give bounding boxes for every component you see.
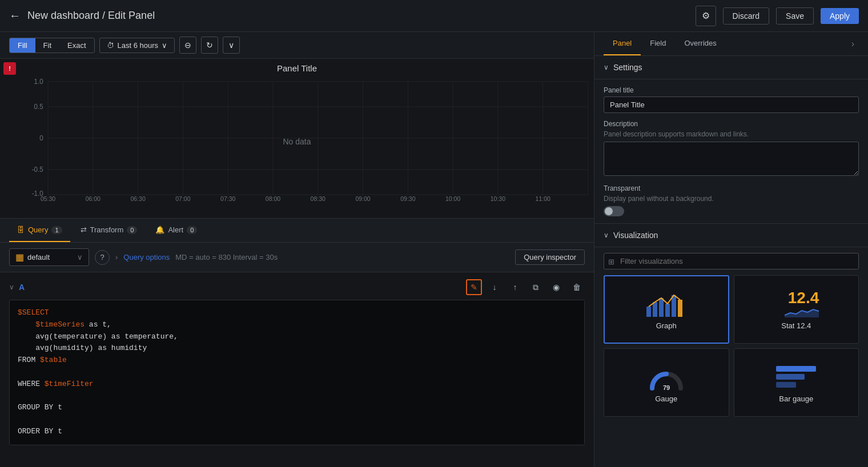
error-badge: ! xyxy=(3,62,16,75)
viz-gauge-label: Gauge xyxy=(655,394,677,403)
alert-count-badge: 0 xyxy=(187,226,197,234)
copy-query-button[interactable]: ⧉ xyxy=(528,279,544,295)
viz-card-stat[interactable]: 12.4 Stat 12.4 xyxy=(734,275,859,344)
exact-button[interactable]: Exact xyxy=(59,38,94,53)
time-range-button[interactable]: ⏱ Last 6 hours ∨ xyxy=(99,38,175,53)
code-editor[interactable]: $SELECT $timeSeries as t, avg(temperatur… xyxy=(9,300,585,445)
edit-query-button[interactable]: ✎ xyxy=(466,279,482,295)
description-label: Description xyxy=(604,120,859,128)
tab-panel[interactable]: Panel xyxy=(604,32,641,55)
svg-text:06:30: 06:30 xyxy=(130,195,145,201)
viz-card-graph[interactable]: Graph xyxy=(604,275,729,344)
info-icon: ? xyxy=(100,253,104,261)
back-button[interactable]: ← xyxy=(9,9,21,22)
svg-rect-39 xyxy=(672,295,676,317)
description-hint: Panel description supports markdown and … xyxy=(604,130,859,138)
right-panel: Panel Field Overrides › ∨ Settings Panel… xyxy=(594,32,868,467)
discard-button[interactable]: Discard xyxy=(723,7,769,25)
tab-alert[interactable]: 🔔 Alert 0 xyxy=(147,219,205,242)
chart-container: ! Panel Title xyxy=(0,59,594,219)
settings-section-header[interactable]: ∨ Settings xyxy=(594,56,868,79)
settings-chevron: ∨ xyxy=(604,63,609,71)
query-editor-header: ∨ A ✎ ↓ ↑ ⧉ xyxy=(9,279,585,295)
viz-filter-input[interactable] xyxy=(604,253,859,269)
zoom-out-icon: ⊖ xyxy=(184,41,191,50)
stat-number: 12.4 xyxy=(788,290,819,306)
delete-query-button[interactable]: 🗑 xyxy=(569,279,585,295)
left-panel: Fill Fit Exact ⏱ Last 6 hours ∨ ⊖ ↻ ∨ ! … xyxy=(0,32,594,467)
chart-title: Panel Title xyxy=(0,59,594,75)
fit-button[interactable]: Fit xyxy=(35,38,59,53)
stat-preview: 12.4 xyxy=(773,289,819,318)
viz-bar-gauge-label: Bar gauge xyxy=(779,394,813,403)
more-options-button[interactable]: ∨ xyxy=(223,37,240,54)
move-down-button[interactable]: ↓ xyxy=(487,279,503,295)
viz-card-bar-gauge[interactable]: Bar gauge xyxy=(734,348,859,417)
copy-icon: ⧉ xyxy=(533,283,539,292)
panel-chevron-right[interactable]: › xyxy=(847,34,859,54)
settings-label: Settings xyxy=(613,63,642,72)
svg-text:07:30: 07:30 xyxy=(220,195,235,201)
fill-button[interactable]: Fill xyxy=(10,38,35,53)
viz-filter-container: ⊞ xyxy=(604,253,859,269)
apply-button[interactable]: Apply xyxy=(821,8,859,24)
description-textarea[interactable] xyxy=(604,142,859,176)
collapse-icon[interactable]: ∨ xyxy=(9,283,14,291)
svg-text:09:00: 09:00 xyxy=(355,195,370,201)
query-options-link[interactable]: Query options xyxy=(123,253,170,261)
transparent-toggle[interactable] xyxy=(604,206,624,216)
clock-icon: ⏱ xyxy=(107,41,114,50)
info-button[interactable]: ? xyxy=(95,250,110,265)
svg-text:79: 79 xyxy=(663,384,670,391)
transparent-toggle-container xyxy=(604,206,859,216)
settings-button[interactable]: ⚙ xyxy=(696,6,716,26)
panel-tabs: Panel Field Overrides › xyxy=(594,32,868,56)
datasource-icon: ▦ xyxy=(15,252,24,263)
main-layout: Fill Fit Exact ⏱ Last 6 hours ∨ ⊖ ↻ ∨ ! … xyxy=(0,32,868,467)
viz-graph-label: Graph xyxy=(656,321,677,330)
panel-title-input[interactable] xyxy=(604,96,859,113)
query-tab-label: Query xyxy=(28,226,48,234)
query-editor-section: ∨ A ✎ ↓ ↑ ⧉ xyxy=(0,272,594,452)
arrow-down-icon: ↓ xyxy=(493,283,497,292)
datasource-name: default xyxy=(27,253,50,261)
transparent-desc: Display panel without a background. xyxy=(604,195,859,203)
datasource-row: ▦ default ∨ ? › Query options MD = auto … xyxy=(0,243,594,272)
query-inspector-button[interactable]: Query inspector xyxy=(515,249,585,265)
tab-transform[interactable]: ⇄ Transform 0 xyxy=(73,219,146,242)
move-up-button[interactable]: ↑ xyxy=(507,279,523,295)
alert-tab-label: Alert xyxy=(168,226,183,234)
query-section: ▦ default ∨ ? › Query options MD = auto … xyxy=(0,243,594,467)
tab-field[interactable]: Field xyxy=(641,32,675,55)
refresh-icon: ↻ xyxy=(206,41,213,50)
transparent-label: Transparent xyxy=(604,184,859,192)
query-options-detail: MD = auto = 830 Interval = 30s xyxy=(175,253,278,261)
svg-marker-41 xyxy=(785,309,819,317)
panel-title-label: Panel title xyxy=(604,86,859,94)
svg-text:11:00: 11:00 xyxy=(536,195,550,201)
graph-preview-svg xyxy=(644,289,689,318)
refresh-button[interactable]: ↻ xyxy=(201,37,218,54)
toggle-visibility-button[interactable]: ◉ xyxy=(548,279,564,295)
svg-text:06:00: 06:00 xyxy=(86,195,101,201)
back-icon: ← xyxy=(9,9,21,22)
tab-query[interactable]: 🗄 Query 1 xyxy=(9,219,70,242)
no-data-label: No data xyxy=(283,136,311,146)
alert-icon: 🔔 xyxy=(155,226,164,234)
right-content: ∨ Settings Panel title Description Panel… xyxy=(594,56,868,467)
save-button[interactable]: Save xyxy=(776,7,814,25)
viz-stat-label: Stat 12.4 xyxy=(781,321,811,330)
datasource-selector[interactable]: ▦ default ∨ xyxy=(9,248,89,266)
filter-icon: ⊞ xyxy=(608,257,614,265)
svg-rect-37 xyxy=(659,298,664,317)
topbar: ← New dashboard / Edit Panel ⚙ Discard S… xyxy=(0,0,868,32)
transform-count-badge: 0 xyxy=(127,226,137,234)
visualization-section-header[interactable]: ∨ Visualization xyxy=(594,224,868,247)
viz-card-gauge[interactable]: 79 Gauge xyxy=(604,348,729,417)
tab-overrides[interactable]: Overrides xyxy=(675,32,725,55)
transform-icon: ⇄ xyxy=(81,226,87,234)
svg-text:05:30: 05:30 xyxy=(41,195,55,201)
viz-chevron: ∨ xyxy=(604,231,609,239)
settings-body: Panel title Description Panel descriptio… xyxy=(594,79,868,224)
zoom-out-button[interactable]: ⊖ xyxy=(179,37,196,54)
